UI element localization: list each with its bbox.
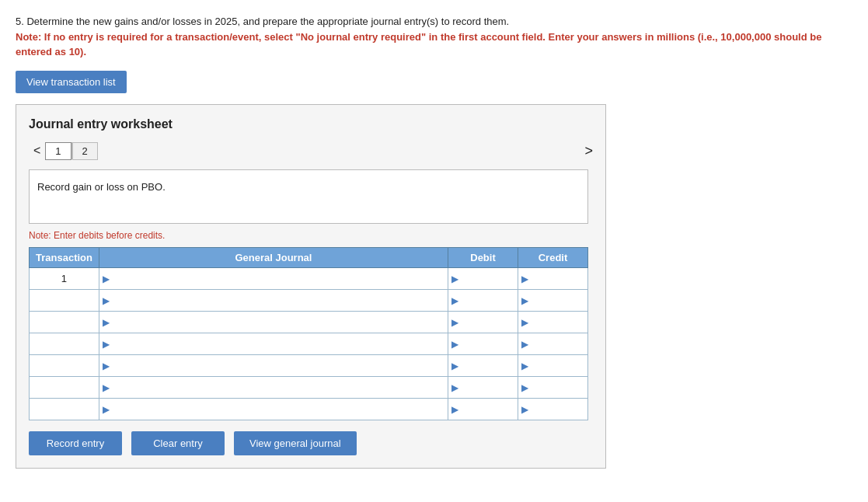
cell-arrow-general-6: ▶	[103, 404, 110, 415]
cell-transaction-4	[30, 354, 99, 376]
table-row: ▶▶▶	[30, 398, 588, 420]
action-buttons-row: Record entry Clear entry View general jo…	[29, 431, 593, 455]
table-row: ▶▶▶	[30, 333, 588, 354]
cell-arrow-debit-3: ▶	[451, 339, 458, 350]
cell-transaction-0: 1	[30, 267, 99, 289]
cell-debit-6[interactable]: ▶	[448, 398, 518, 420]
transaction-description-box: Record gain or loss on PBO.	[29, 169, 588, 224]
cell-general-5[interactable]: ▶	[99, 376, 448, 398]
clear-entry-button[interactable]: Clear entry	[131, 431, 225, 455]
cell-arrow-credit-4: ▶	[521, 361, 528, 371]
question-text: 5. Determine the new gains and/or losses…	[16, 16, 509, 27]
cell-general-1[interactable]: ▶	[99, 289, 448, 311]
cell-transaction-6	[30, 398, 99, 420]
prev-page-button[interactable]: <	[29, 144, 45, 158]
journal-entry-worksheet: Journal entry worksheet < 1 2 > Record g…	[16, 104, 606, 469]
transaction-description-text: Record gain or loss on PBO.	[37, 181, 166, 193]
cell-arrow-credit-5: ▶	[521, 382, 528, 393]
cell-arrow-general-1: ▶	[103, 295, 110, 306]
cell-arrow-debit-0: ▶	[451, 274, 458, 284]
cell-arrow-general-0: ▶	[103, 274, 110, 284]
cell-arrow-debit-1: ▶	[451, 295, 458, 306]
cell-debit-4[interactable]: ▶	[448, 354, 518, 376]
table-row: ▶▶▶	[30, 376, 588, 398]
table-row: 1▶▶▶	[30, 267, 588, 289]
cell-credit-4[interactable]: ▶	[518, 354, 588, 376]
cell-transaction-3	[30, 333, 99, 354]
cell-arrow-debit-2: ▶	[451, 317, 458, 328]
cell-debit-2[interactable]: ▶	[448, 311, 518, 333]
col-header-credit: Credit	[518, 247, 588, 267]
cell-arrow-credit-0: ▶	[521, 274, 528, 284]
cell-general-3[interactable]: ▶	[99, 333, 448, 354]
view-general-journal-button[interactable]: View general journal	[234, 431, 357, 455]
col-header-general-journal: General Journal	[99, 247, 448, 267]
cell-debit-5[interactable]: ▶	[448, 376, 518, 398]
cell-credit-3[interactable]: ▶	[518, 333, 588, 354]
worksheet-title: Journal entry worksheet	[29, 117, 593, 131]
right-arrow-container: >	[584, 143, 593, 159]
cell-arrow-general-5: ▶	[103, 382, 110, 393]
table-header-row: Transaction General Journal Debit Credit	[30, 247, 588, 267]
debits-note: Note: Enter debits before credits.	[29, 230, 593, 241]
cell-arrow-credit-1: ▶	[521, 295, 528, 306]
cell-arrow-credit-2: ▶	[521, 317, 528, 328]
cell-arrow-debit-5: ▶	[451, 382, 458, 393]
cell-arrow-credit-3: ▶	[521, 339, 528, 350]
cell-arrow-debit-4: ▶	[451, 361, 458, 371]
cell-debit-0[interactable]: ▶	[448, 267, 518, 289]
cell-general-4[interactable]: ▶	[99, 354, 448, 376]
pagination-row: < 1 2 >	[29, 142, 593, 160]
page-tab-2[interactable]: 2	[72, 142, 98, 160]
cell-arrow-general-2: ▶	[103, 317, 110, 328]
col-header-debit: Debit	[448, 247, 518, 267]
cell-transaction-5	[30, 376, 99, 398]
cell-debit-1[interactable]: ▶	[448, 289, 518, 311]
page-tab-1[interactable]: 1	[45, 142, 71, 160]
next-page-button[interactable]: >	[584, 143, 593, 159]
cell-credit-0[interactable]: ▶	[518, 267, 588, 289]
cell-arrow-general-4: ▶	[103, 361, 110, 371]
cell-credit-2[interactable]: ▶	[518, 311, 588, 333]
cell-general-6[interactable]: ▶	[99, 398, 448, 420]
journal-table: Transaction General Journal Debit Credit…	[29, 247, 588, 420]
cell-credit-5[interactable]: ▶	[518, 376, 588, 398]
cell-transaction-1	[30, 289, 99, 311]
cell-general-2[interactable]: ▶	[99, 311, 448, 333]
cell-arrow-credit-6: ▶	[521, 404, 528, 415]
cell-debit-3[interactable]: ▶	[448, 333, 518, 354]
instructions-block: 5. Determine the new gains and/or losses…	[16, 14, 852, 60]
table-row: ▶▶▶	[30, 311, 588, 333]
table-row: ▶▶▶	[30, 354, 588, 376]
note-text: Note: If no entry is required for a tran…	[16, 31, 821, 58]
cell-general-0[interactable]: ▶	[99, 267, 448, 289]
table-row: ▶▶▶	[30, 289, 588, 311]
cell-transaction-2	[30, 311, 99, 333]
cell-arrow-general-3: ▶	[103, 339, 110, 350]
cell-credit-1[interactable]: ▶	[518, 289, 588, 311]
view-transaction-list-button[interactable]: View transaction list	[16, 71, 127, 93]
cell-arrow-debit-6: ▶	[451, 404, 458, 415]
col-header-transaction: Transaction	[30, 247, 99, 267]
record-entry-button[interactable]: Record entry	[29, 431, 122, 455]
cell-credit-6[interactable]: ▶	[518, 398, 588, 420]
